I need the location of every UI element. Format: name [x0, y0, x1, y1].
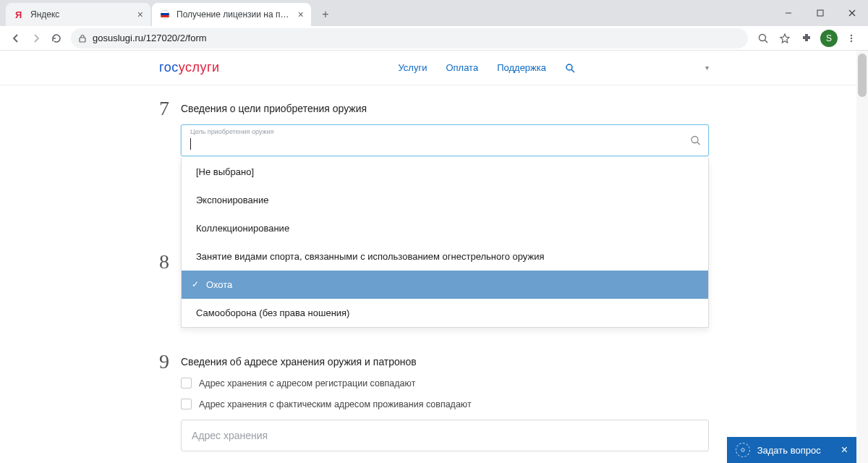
- step-7-title: Сведения о цели приобретения оружия: [181, 103, 709, 114]
- svg-line-18: [697, 143, 700, 145]
- option-sport[interactable]: Занятие видами спорта, связанными с испо…: [182, 242, 708, 271]
- russia-flag-icon: [159, 9, 171, 20]
- minimize-button[interactable]: [773, 2, 804, 24]
- svg-point-10: [760, 34, 766, 41]
- page-viewport: госуслуги Услуги Оплата Поддержка ▾ 7 Св…: [0, 51, 868, 463]
- close-window-button[interactable]: [836, 2, 868, 24]
- browser-tab-yandex[interactable]: Я Яндекс ×: [6, 3, 150, 26]
- ask-question-widget[interactable]: Задать вопрос ×: [727, 437, 856, 463]
- purpose-combo[interactable]: Цель приобретения оружия: [181, 124, 709, 156]
- vertical-scrollbar[interactable]: [856, 51, 868, 463]
- browser-tab-strip: Я Яндекс × Получение лицензии на приоб ×…: [0, 0, 868, 26]
- avatar-initial: S: [826, 33, 832, 43]
- back-button[interactable]: [6, 28, 26, 48]
- url-text: gosuslugi.ru/127020/2/form: [93, 33, 207, 43]
- checkbox-icon[interactable]: [181, 378, 192, 388]
- purpose-input[interactable]: [190, 140, 682, 151]
- checkbox-icon[interactable]: [181, 399, 192, 409]
- checkbox-same-as-registration[interactable]: Адрес хранения с адресом регистрации сов…: [181, 378, 709, 388]
- svg-point-15: [566, 64, 572, 70]
- extensions-icon[interactable]: [796, 28, 817, 48]
- storage-address-field[interactable]: Адрес хранения: [181, 420, 709, 451]
- logo-part-2: услуги: [179, 60, 220, 75]
- option-none[interactable]: [Не выбрано]: [182, 158, 708, 186]
- search-icon[interactable]: [565, 63, 575, 73]
- gosuslugi-logo[interactable]: госуслуги: [159, 60, 220, 75]
- svg-line-11: [765, 40, 768, 43]
- window-controls: [773, 0, 868, 26]
- svg-point-14: [851, 40, 852, 41]
- nav-services[interactable]: Услуги: [398, 62, 427, 73]
- close-icon[interactable]: ×: [137, 9, 143, 20]
- scroll-thumb[interactable]: [858, 54, 867, 97]
- nav-payment[interactable]: Оплата: [446, 62, 478, 73]
- lock-icon: [78, 34, 87, 43]
- step-number: 8: [159, 252, 181, 272]
- logo-part-1: гос: [159, 60, 179, 75]
- option-collecting[interactable]: Коллекционирование: [182, 214, 708, 242]
- checkbox-same-as-residence[interactable]: Адрес хранения с фактическим адресом про…: [181, 399, 709, 409]
- step-number: 9: [159, 352, 181, 372]
- svg-rect-3: [161, 15, 169, 17]
- reload-button[interactable]: [46, 28, 67, 48]
- svg-point-12: [851, 34, 852, 35]
- svg-line-16: [571, 69, 574, 72]
- placeholder-text: Адрес хранения: [192, 430, 268, 441]
- svg-point-17: [692, 137, 698, 143]
- site-header: госуслуги Услуги Оплата Поддержка ▾: [0, 51, 868, 85]
- svg-point-13: [851, 37, 852, 38]
- step-7: 7 Сведения о цели приобретения оружия Це…: [159, 98, 709, 156]
- svg-text:Я: Я: [15, 9, 22, 20]
- svg-rect-9: [80, 38, 85, 42]
- svg-rect-6: [817, 10, 823, 16]
- combo-floating-label: Цель приобретения оружия: [190, 128, 273, 135]
- top-nav: Услуги Оплата Поддержка: [398, 62, 575, 73]
- profile-avatar[interactable]: S: [820, 30, 838, 47]
- purpose-combo-field: Цель приобретения оружия [Не выбрано] Эк…: [181, 124, 709, 156]
- close-icon[interactable]: ×: [298, 9, 304, 20]
- user-menu-caret-icon[interactable]: ▾: [705, 64, 709, 72]
- browser-tab-gosuslugi[interactable]: Получение лицензии на приоб ×: [152, 3, 311, 26]
- checkbox-label: Адрес хранения с адресом регистрации сов…: [199, 378, 415, 388]
- tab-title: Получение лицензии на приоб: [176, 9, 294, 20]
- address-bar[interactable]: gosuslugi.ru/127020/2/form: [71, 28, 748, 48]
- ask-label: Задать вопрос: [757, 445, 821, 456]
- option-self-defense[interactable]: Самооборона (без права ношения): [182, 299, 708, 327]
- new-tab-button[interactable]: +: [315, 4, 336, 25]
- tab-title: Яндекс: [30, 9, 133, 20]
- zoom-icon[interactable]: [752, 28, 774, 48]
- step-9-title: Сведения об адресе хранения оружия и пат…: [181, 356, 709, 368]
- option-exhibition[interactable]: Экспонирование: [182, 186, 708, 214]
- chat-icon: [736, 443, 750, 457]
- purpose-dropdown: [Не выбрано] Экспонирование Коллекционир…: [181, 158, 709, 328]
- step-number: 7: [159, 98, 181, 119]
- search-icon: [690, 135, 701, 146]
- svg-point-19: [741, 449, 744, 451]
- browser-menu-icon[interactable]: [841, 28, 862, 48]
- yandex-favicon-icon: Я: [13, 9, 25, 20]
- checkbox-label: Адрес хранения с фактическим адресом про…: [199, 399, 472, 409]
- option-hunting[interactable]: Охота: [182, 271, 708, 299]
- svg-rect-2: [161, 13, 169, 15]
- bookmark-icon[interactable]: [774, 28, 796, 48]
- step-9: 9 Сведения об адресе хранения оружия и п…: [159, 352, 709, 451]
- browser-toolbar: gosuslugi.ru/127020/2/form S: [0, 26, 868, 51]
- nav-support[interactable]: Поддержка: [497, 62, 546, 73]
- forward-button[interactable]: [26, 28, 46, 48]
- maximize-button[interactable]: [804, 2, 836, 24]
- close-icon[interactable]: ×: [841, 443, 848, 456]
